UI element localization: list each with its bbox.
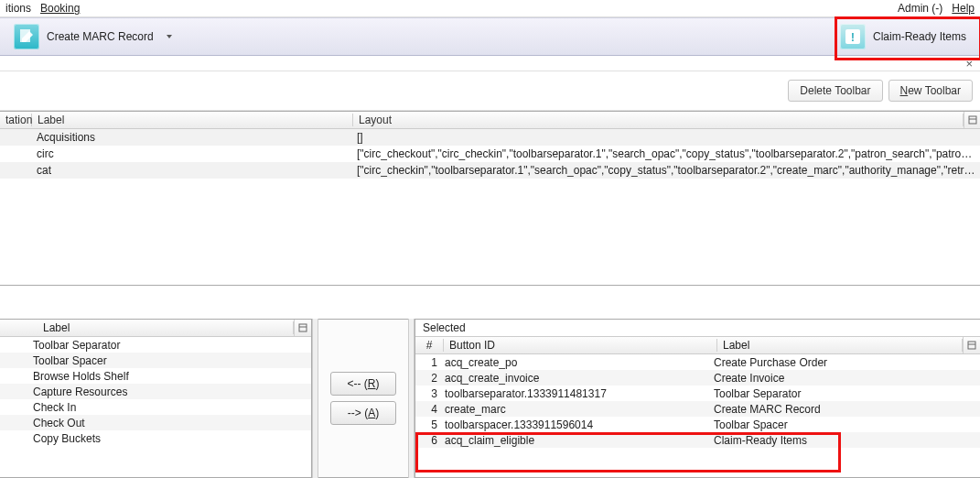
column-picker-icon[interactable]	[964, 112, 980, 128]
cell-layout: ["circ_checkin","toolbarseparator.1","se…	[351, 164, 980, 177]
list-item[interactable]: Copy Buckets	[0, 430, 311, 446]
grid-header: tation Label Layout	[0, 112, 980, 129]
table-row[interactable]: 6acq_claim_eligibleClaim-Ready Items	[415, 432, 980, 448]
claim-ready-label: Claim-Ready Items	[873, 30, 966, 43]
table-row[interactable]: 4create_marcCreate MARC Record	[415, 401, 980, 417]
available-body: Toolbar Separator Toolbar Spacer Browse …	[0, 337, 311, 446]
tab-close-row: ×	[0, 56, 980, 71]
selected-header: # Button ID Label	[415, 337, 980, 354]
create-marc-button[interactable]: Create MARC Record	[7, 22, 178, 51]
main-toolbar: Create MARC Record ! Claim-Ready Items	[0, 17, 980, 56]
selected-panel: Selected # Button ID Label 1acq_create_p…	[415, 319, 980, 478]
dropdown-icon	[167, 35, 172, 38]
close-icon[interactable]: ×	[965, 57, 973, 71]
document-edit-icon	[14, 24, 39, 49]
cell-label: cat	[31, 164, 351, 177]
splitter-handle[interactable]	[408, 319, 415, 478]
toolbar-definitions-grid: tation Label Layout Acquisitions [] circ…	[0, 111, 980, 286]
cell-label: circ	[31, 147, 351, 160]
selected-title: Selected	[415, 320, 980, 337]
remove-button[interactable]: <-- (R)	[330, 372, 396, 396]
claim-ready-button[interactable]: ! Claim-Ready Items	[834, 22, 973, 51]
menu-item-admin[interactable]: Admin (-)	[898, 2, 942, 15]
split-region: Label Toolbar Separator Toolbar Spacer B…	[0, 319, 980, 478]
new-toolbar-button[interactable]: New Toolbar	[888, 80, 974, 102]
list-item[interactable]: Browse Holds Shelf	[0, 368, 311, 384]
selected-body: 1acq_create_poCreate Purchase Order 2acq…	[415, 354, 980, 448]
add-button[interactable]: --> (A)	[330, 401, 396, 425]
table-row[interactable]: circ ["circ_checkout","circ_checkin","to…	[0, 146, 980, 162]
column-picker-icon[interactable]	[963, 337, 980, 353]
menu-item-help[interactable]: Help	[952, 2, 975, 15]
cell-layout: ["circ_checkout","circ_checkin","toolbar…	[351, 147, 980, 160]
col-header-label[interactable]: Label	[32, 114, 353, 126]
col-header-num[interactable]: #	[415, 339, 444, 352]
toolbar-action-row: Delete Toolbar New Toolbar	[0, 71, 980, 111]
cell-label: Acquisitions	[31, 131, 351, 144]
create-marc-label: Create MARC Record	[47, 30, 154, 43]
svg-rect-1	[969, 116, 976, 124]
table-row[interactable]: 5toolbarspacer.1333911596014Toolbar Spac…	[415, 417, 980, 432]
col-header-station[interactable]: tation	[0, 114, 32, 126]
available-panel: Label Toolbar Separator Toolbar Spacer B…	[0, 319, 312, 478]
cell-layout: []	[351, 131, 980, 144]
menu-item-itions[interactable]: itions	[5, 2, 31, 15]
svg-rect-5	[968, 342, 975, 349]
table-row[interactable]: cat ["circ_checkin","toolbarseparator.1"…	[0, 162, 980, 179]
svg-rect-3	[299, 324, 307, 331]
menu-bar: itions Booking Admin (-) Help	[0, 0, 980, 17]
alert-icon: !	[840, 24, 866, 49]
splitter-handle[interactable]	[312, 319, 318, 478]
column-picker-icon[interactable]	[294, 320, 311, 336]
table-row[interactable]: Acquisitions []	[0, 129, 980, 146]
col-header-label[interactable]: Label	[38, 321, 294, 334]
available-header: Label	[0, 320, 311, 337]
list-item[interactable]: Capture Resources	[0, 384, 311, 399]
delete-toolbar-button[interactable]: Delete Toolbar	[788, 80, 882, 102]
table-row[interactable]: 1acq_create_poCreate Purchase Order	[415, 354, 980, 370]
list-item[interactable]: Check In	[0, 399, 311, 415]
col-header-label[interactable]: Label	[717, 339, 963, 352]
grid-body: Acquisitions [] circ ["circ_checkout","c…	[0, 129, 980, 285]
list-item[interactable]: Toolbar Separator	[0, 337, 311, 353]
table-row[interactable]: 2acq_create_invoiceCreate Invoice	[415, 370, 980, 386]
table-row[interactable]: 3toolbarseparator.1333911481317Toolbar S…	[415, 386, 980, 401]
move-controls: <-- (R) --> (A)	[318, 319, 408, 478]
list-item[interactable]: Toolbar Spacer	[0, 353, 311, 368]
list-item[interactable]: Check Out	[0, 415, 311, 430]
col-header-layout[interactable]: Layout	[353, 114, 964, 126]
menu-item-booking[interactable]: Booking	[40, 2, 80, 15]
col-header-button-id[interactable]: Button ID	[444, 339, 717, 352]
